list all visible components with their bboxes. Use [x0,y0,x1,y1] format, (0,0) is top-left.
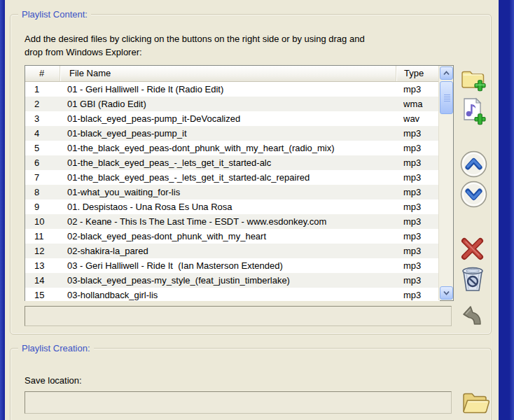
scrollbar-thumb[interactable] [440,81,453,114]
instructions-line2: drop from Windows Explorer: [25,46,445,59]
table-row[interactable]: 6 01-the_black_eyed_peas_-_lets_get_it_s… [25,155,440,170]
move-down-button[interactable] [460,181,487,211]
row-filename: 01-the_black_eyed_peas_-_lets_get_it_sta… [67,170,395,185]
row-filename: 03-black_eyed_peas-my_style_(feat_justin… [67,273,395,288]
row-filename: 01 GBI (Radio Edit) [67,97,395,111]
window-left-border [0,0,5,420]
table-row[interactable]: 13 03 - Geri Halliwell - Ride It (Ian Ma… [25,258,440,273]
instructions-text: Add the desired files by clicking on the… [25,32,445,59]
table-row[interactable]: 14 03-black_eyed_peas-my_style_(feat_jus… [25,273,440,288]
row-number: 9 [34,200,59,214]
remove-x-icon [459,236,485,262]
row-number: 4 [34,126,59,141]
row-filename: 01-the_black_eyed_peas-dont_phunk_with_m… [67,141,395,155]
table-row[interactable]: 9 01. Despistaos - Una Rosa Es Una Rosa … [25,200,440,214]
row-filename: 01-black_eyed_peas-pump_it [67,126,395,141]
trash-can-icon [458,264,487,293]
table-row[interactable]: 3 01-black_eyed_peas-pump_it-DeVocalized… [25,111,440,126]
row-number: 13 [34,258,59,273]
row-number: 3 [34,111,59,126]
row-type: mp3 [403,214,440,229]
header-number-column[interactable]: # [25,66,60,81]
scrollbar-up-icon[interactable] [440,66,453,80]
row-type: mp3 [403,141,440,155]
row-number: 2 [34,97,59,111]
table-row[interactable]: 5 01-the_black_eyed_peas-dont_phunk_with… [25,141,440,155]
row-filename: 01. Despistaos - Una Rosa Es Una Rosa [67,200,395,214]
file-list-table: # File Name Type 1 01 - Geri Halliwell -… [25,65,454,301]
row-number: 11 [34,229,59,244]
row-number: 6 [34,155,59,170]
row-type: mp3 [403,229,440,244]
header-type-column[interactable]: Type [396,66,439,81]
row-number: 5 [34,141,59,155]
playlist-creation-group-label: Playlist Creation: [18,343,94,354]
row-filename: 01-the_black_eyed_peas_-_lets_get_it_sta… [67,155,395,170]
instructions-line1: Add the desired files by clicking on the… [25,32,445,46]
row-filename: 03 - Geri Halliwell - Ride It (Ian Maste… [67,258,395,273]
playlist-content-group-label: Playlist Content: [18,9,91,20]
table-row[interactable]: 1 01 - Geri Halliwell - Ride It (Radio E… [25,82,440,97]
add-music-file-icon [460,97,486,126]
row-filename: 02-shakira-la_pared [67,244,395,258]
row-number: 7 [34,170,59,185]
table-row[interactable]: 7 01-the_black_eyed_peas_-_lets_get_it_s… [25,170,440,185]
file-table-body: 1 01 - Geri Halliwell - Ride It (Radio E… [25,82,440,301]
table-row[interactable]: 15 03-hollandback_girl-lis mp3 [25,288,440,301]
row-type: mp3 [403,185,440,200]
save-location-input[interactable] [25,391,452,414]
pending-file-input[interactable] [25,306,452,326]
row-filename: 02 - Keane - This Is The Last Time - ESD… [67,214,395,229]
table-row[interactable]: 8 01-what_you_waiting_for-lis mp3 [25,185,440,200]
row-filename: 02-black_eyed_peas-dont_phunk_with_my_he… [67,229,395,244]
row-type: wav [403,111,440,126]
add-folder-button[interactable] [459,66,486,95]
vertical-scrollbar[interactable] [438,66,453,300]
open-folder-icon [459,386,492,419]
row-number: 14 [34,273,59,288]
row-filename: 01-black_eyed_peas-pump_it-DeVocalized [67,111,395,126]
export-button[interactable] [461,304,484,330]
table-row[interactable]: 10 02 - Keane - This Is The Last Time - … [25,214,440,229]
move-up-icon [460,150,487,178]
table-row[interactable]: 12 02-shakira-la_pared mp3 [25,244,440,258]
row-type: mp3 [403,155,440,170]
row-type: mp3 [403,258,440,273]
row-type: wma [403,97,440,111]
remove-selected-button[interactable] [459,236,485,265]
table-row[interactable]: 11 02-black_eyed_peas-dont_phunk_with_my… [25,229,440,244]
row-filename: 01-what_you_waiting_for-lis [67,185,395,200]
row-number: 8 [34,185,59,200]
row-type: mp3 [403,82,440,97]
export-arrow-icon [461,304,484,328]
add-music-files-button[interactable] [460,97,486,129]
move-up-button[interactable] [460,150,487,181]
row-filename: 01 - Geri Halliwell - Ride It (Radio Edi… [67,82,395,97]
table-row[interactable]: 4 01-black_eyed_peas-pump_it mp3 [25,126,440,141]
row-number: 12 [34,244,59,258]
header-filename-column[interactable]: File Name [60,66,396,81]
row-number: 15 [34,288,59,301]
row-number: 1 [34,82,59,97]
row-type: mp3 [403,200,440,214]
add-folder-icon [459,66,486,92]
save-location-label: Save location: [25,375,82,386]
move-down-icon [460,181,487,208]
row-type: mp3 [403,170,440,185]
row-type: mp3 [403,273,440,288]
table-row[interactable]: 2 01 GBI (Radio Edit) wma [25,97,440,111]
row-type: mp3 [403,244,440,258]
row-number: 10 [34,214,59,229]
browse-save-location-button[interactable] [459,386,492,420]
playlist-dialog: Playlist Content: Add the desired files … [0,0,514,420]
clear-list-button[interactable] [458,264,487,296]
scrollbar-down-icon[interactable] [440,286,453,300]
window-right-border [499,0,514,420]
row-type: mp3 [403,288,440,301]
file-list-header: # File Name Type [25,66,439,82]
row-type: mp3 [403,126,440,141]
row-filename: 03-hollandback_girl-lis [67,288,395,301]
